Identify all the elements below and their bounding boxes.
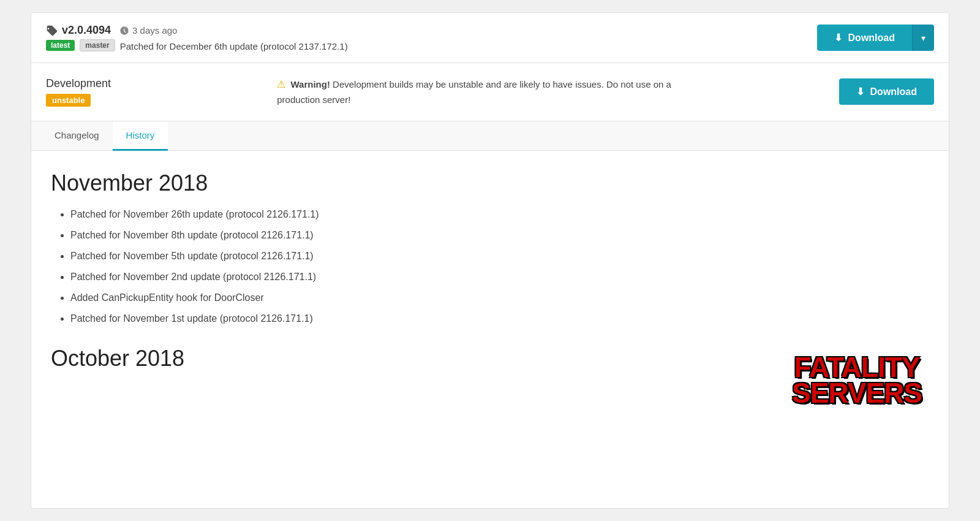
list-item: Patched for November 5th update (protoco… [70, 249, 929, 264]
stable-time-ago: 3 days ago [132, 25, 177, 36]
caret-icon: ▾ [921, 33, 925, 43]
list-item: Patched for November 2nd update (protoco… [70, 270, 929, 284]
list-item: Added CanPickupEntity hook for DoorClose… [70, 291, 929, 305]
warning-text: Development builds may be unstable and a… [277, 79, 671, 105]
watermark-text: FATALITY SERVERS [792, 355, 922, 406]
stable-release-info: v2.0.4094 3 days ago latest master Patch… [46, 24, 348, 51]
release-badges: latest master Patched for December 6th u… [46, 39, 348, 51]
dev-download-button[interactable]: ⬇ Download [839, 78, 934, 105]
tab-changelog-label: Changelog [55, 130, 99, 140]
version-number: v2.0.4094 [62, 24, 111, 37]
stable-download-button[interactable]: ⬇ Download [817, 25, 912, 51]
download-icon-dev: ⬇ [856, 86, 864, 97]
stable-download-label: Download [848, 32, 895, 44]
tag-icon [46, 25, 58, 37]
watermark-line2: SERVERS [792, 381, 922, 406]
badge-latest: latest [46, 40, 75, 51]
stable-download-caret[interactable]: ▾ [912, 25, 934, 51]
dev-warning: ⚠ Warning! Development builds may be uns… [277, 77, 706, 107]
dev-download-label: Download [870, 86, 917, 97]
dev-left: Development unstable [46, 77, 144, 107]
list-item: Patched for November 1st update (protoco… [70, 311, 929, 326]
time-label: 3 days ago [119, 25, 177, 36]
list-item: Patched for November 26th update (protoc… [70, 207, 929, 222]
stable-description: Patched for December 6th update (protoco… [120, 41, 348, 51]
tabs-row: Changelog History [31, 121, 949, 151]
badge-unstable: unstable [46, 94, 91, 107]
watermark: FATALITY SERVERS [771, 341, 943, 420]
dev-label: Development [46, 77, 111, 90]
release-top: v2.0.4094 3 days ago [46, 24, 348, 37]
tab-changelog[interactable]: Changelog [41, 121, 113, 151]
month-november-heading: November 2018 [51, 170, 929, 196]
tab-history-label: History [126, 130, 155, 140]
stable-release-row: v2.0.4094 3 days ago latest master Patch… [31, 13, 949, 63]
tab-history[interactable]: History [113, 121, 168, 151]
development-row: Development unstable ⚠ Warning! Developm… [31, 63, 949, 121]
warning-prefix: Warning! [290, 79, 330, 89]
november-changelog-list: Patched for November 26th update (protoc… [51, 207, 929, 326]
version-label: v2.0.4094 [46, 24, 111, 37]
list-item: Patched for November 8th update (protoco… [70, 228, 929, 243]
badge-master: master [80, 39, 115, 51]
content-area: November 2018 Patched for November 26th … [31, 151, 949, 427]
main-container: v2.0.4094 3 days ago latest master Patch… [31, 12, 949, 509]
download-icon-stable: ⬇ [834, 32, 842, 44]
stable-download-group: ⬇ Download ▾ [817, 25, 934, 51]
warning-icon: ⚠ [277, 79, 285, 89]
clock-icon [119, 26, 129, 36]
